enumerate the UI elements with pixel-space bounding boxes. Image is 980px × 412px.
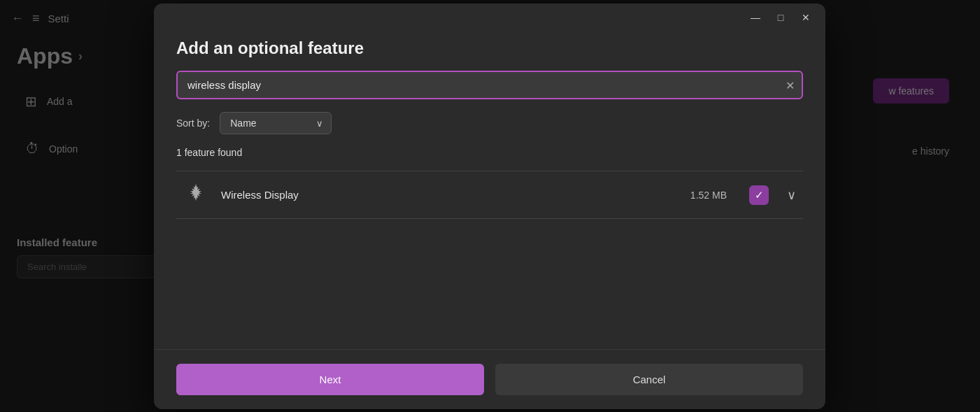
wireless-display-icon xyxy=(183,183,208,207)
minimize-button[interactable]: — xyxy=(746,8,765,27)
sort-row: Sort by: Name Size Status xyxy=(176,112,803,134)
dialog-body: Add an optional feature ✕ Sort by: Name … xyxy=(154,31,825,349)
close-button[interactable]: ✕ xyxy=(796,8,816,27)
feature-count: 1 feature found xyxy=(176,147,803,158)
wireless-display-checkbox[interactable]: ✓ xyxy=(749,185,769,205)
add-optional-feature-dialog: — □ ✕ Add an optional feature ✕ Sort by:… xyxy=(154,3,825,409)
wireless-display-size: 1.52 MB xyxy=(690,190,727,201)
dialog-titlebar: — □ ✕ xyxy=(154,3,825,31)
dialog-title: Add an optional feature xyxy=(176,38,803,58)
sort-select-wrapper: Name Size Status xyxy=(220,112,332,134)
search-clear-button[interactable]: ✕ xyxy=(786,78,795,92)
next-button[interactable]: Next xyxy=(176,364,484,395)
feature-item-wireless-display[interactable]: Wireless Display 1.52 MB ✓ ∨ xyxy=(176,171,803,218)
feature-list: Wireless Display 1.52 MB ✓ ∨ xyxy=(176,171,803,219)
maximize-button[interactable]: □ xyxy=(771,8,790,27)
search-wrapper: ✕ xyxy=(176,71,803,99)
sort-select[interactable]: Name Size Status xyxy=(220,112,332,134)
expand-icon[interactable]: ∨ xyxy=(787,187,796,203)
wireless-display-name: Wireless Display xyxy=(221,189,678,201)
dialog-footer: Next Cancel xyxy=(154,349,825,409)
cancel-button[interactable]: Cancel xyxy=(495,364,803,395)
sort-label: Sort by: xyxy=(176,118,210,129)
checkmark-icon: ✓ xyxy=(755,189,764,201)
feature-search-input[interactable] xyxy=(176,71,803,99)
